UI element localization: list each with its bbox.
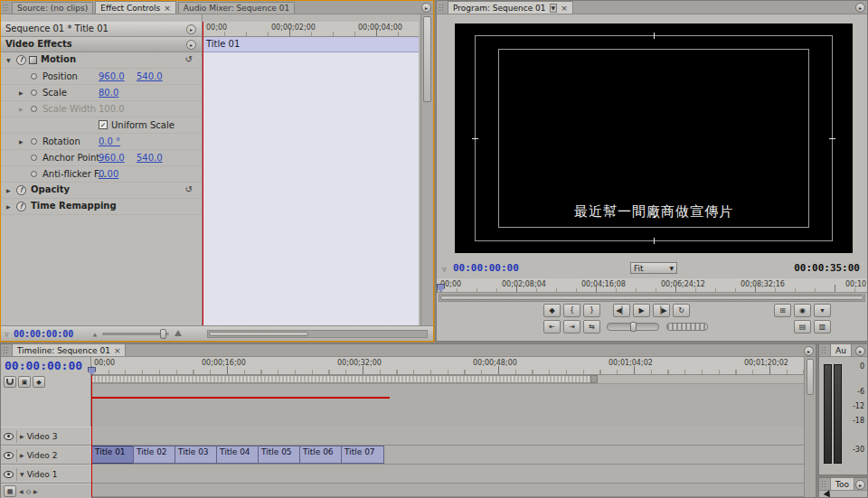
effect-row-motion[interactable]: ▼ f Motion ↺ [1,52,202,69]
set-display-style-button[interactable]: ▦ [4,485,16,497]
current-timecode[interactable]: 00:00:00:00 [14,329,73,339]
scrollbar-thumb[interactable] [807,359,814,395]
shuttle-thumb[interactable] [630,322,637,332]
step-forward-button[interactable]: ▕▶ [653,304,670,317]
anchor-x-value[interactable]: 960.0 [99,153,125,163]
program-time-ruler[interactable]: 00;00 00;02;08;04 00;04;16;08 00;06;24;1… [437,278,867,293]
program-current-timecode[interactable]: 00:00:00:00 [453,262,519,274]
track-video3[interactable] [91,427,804,446]
timeline-vertical-scrollbar[interactable] [804,357,816,497]
work-area-track[interactable] [91,375,804,384]
output-settings-button[interactable]: ▾ [814,304,831,317]
zoom-slider[interactable] [102,333,169,335]
panel-grip[interactable] [3,346,9,354]
play-button[interactable]: ▶ [633,304,650,317]
tab-audio-master[interactable]: Au [830,343,852,356]
zoom-level-select[interactable]: Fit ▼ [630,262,677,274]
panel-menu-icon[interactable]: ▸ [855,480,865,490]
extract-button[interactable]: ▥ [814,320,831,334]
timeline-clip[interactable]: Title 04 [216,446,259,464]
timeline-clip[interactable]: Title 02 [133,446,176,464]
expand-icon[interactable]: ▶ [19,138,24,145]
track-header-video1[interactable]: ▼ Video 1 [1,465,91,484]
zoom-out-icon[interactable] [93,333,98,336]
safe-margins-button[interactable]: ⊞ [774,304,791,317]
show-timeline-view-icon[interactable]: ▸ [186,24,196,34]
position-x-value[interactable]: 960.0 [99,71,125,81]
uniform-scale-checkbox[interactable]: ✓ [99,120,108,129]
reset-icon[interactable]: ↺ [185,184,193,194]
timeline-current-timecode[interactable]: 00:00:00:00 [5,359,82,372]
toggle-animation-icon[interactable] [31,155,37,161]
panel-menu-icon[interactable]: ▸ [804,346,814,356]
expand-icon[interactable]: ▼ [6,57,11,63]
rotation-value[interactable]: 0.0 ° [99,136,120,146]
zoom-in-icon[interactable] [175,330,182,336]
expand-icon[interactable]: ▶ [20,433,24,439]
loop-button[interactable]: ↻ [673,304,690,317]
tab-effect-controls[interactable]: Effect Controls× [95,1,176,14]
tab-program[interactable]: Program: Sequence 01 ▼ × [448,1,573,14]
lift-button[interactable]: ▤ [794,320,811,334]
horizontal-scrollbar[interactable] [207,330,428,338]
expand-icon[interactable]: ▶ [20,452,24,458]
toggle-track-output-icon[interactable] [4,452,14,459]
track-video1-keyframe-row[interactable] [91,484,804,497]
keyframe-add-icon[interactable]: ◇ [26,488,31,495]
timeline-playhead-line[interactable] [91,375,92,497]
tab-tools[interactable]: Too [830,477,854,490]
anchor-y-value[interactable]: 540.0 [137,153,163,163]
panel-menu-icon[interactable]: ▸ [855,3,865,13]
keyframe-next-icon[interactable]: ▶ [33,488,38,494]
effect-timeline-ruler[interactable]: 00;00 00;00;02;00 00;00;04;00 [203,22,419,37]
go-to-next-edit-button[interactable]: ⇥ [563,320,580,334]
go-to-in-button[interactable]: { [563,304,580,317]
effect-enabled-icon[interactable]: f [16,202,26,211]
jog-wheel[interactable] [666,323,708,331]
keyframe-area[interactable] [203,52,419,325]
position-y-value[interactable]: 540.0 [137,71,163,81]
track-header-video3[interactable]: ▶ Video 3 [1,427,91,446]
collapse-icon[interactable]: ▽ [442,266,447,272]
export-frame-button[interactable]: ◉ [794,304,811,317]
effect-row-opacity[interactable]: ▶ f Opacity ↺ [1,183,202,199]
expand-icon[interactable]: ▶ [6,203,11,210]
effects-menu-icon[interactable]: ▸ [186,40,196,50]
track-video1[interactable] [91,465,804,484]
toggle-animation-icon[interactable] [31,89,37,96]
scrollbar-thumb[interactable] [209,332,308,336]
toggle-animation-icon[interactable] [31,73,37,80]
tab-audio-mixer[interactable]: Audio Mixer: Sequence 01 [178,2,295,14]
close-icon[interactable]: × [164,5,171,12]
go-to-previous-edit-button[interactable]: ⇤ [543,320,561,334]
panel-grip[interactable] [439,4,445,12]
selection-tool-icon[interactable] [824,490,834,498]
timeline-clip[interactable]: Title 01 [91,446,135,464]
timeline-clip[interactable]: Title 07 [341,446,384,464]
panel-grip[interactable] [821,480,827,488]
scale-value[interactable]: 80.0 [99,88,118,98]
set-encore-chapter-marker-button[interactable]: ▣ [18,376,31,388]
anti-flicker-value[interactable]: 0.00 [99,169,118,179]
timeline-ruler[interactable]: 00;00 00;00;16;00 00;00;32;00 00;00;48;0… [91,357,804,375]
scrollbar-thumb[interactable] [423,16,431,102]
effect-enabled-icon[interactable]: f [16,55,26,65]
reset-icon[interactable]: ↺ [185,54,193,64]
toggle-animation-icon[interactable] [31,171,37,177]
step-back-button[interactable]: ◀▏ [613,304,630,317]
panel-grip[interactable] [821,346,827,354]
set-unnumbered-marker-button[interactable]: ◆ [33,376,45,388]
tab-timeline[interactable]: Timeline: Sequence 01 × [12,343,126,356]
collapse-icon[interactable]: ▽ [5,331,9,337]
timeline-clip[interactable]: Title 05 [258,446,301,464]
timeline-clip[interactable]: Title 06 [299,446,343,464]
effect-enabled-icon[interactable]: f [16,185,26,195]
effect-row-time-remapping[interactable]: ▶ f Time Remapping [1,199,202,215]
panel-menu-icon[interactable]: ▸ [855,346,865,356]
toggle-track-output-icon[interactable] [4,471,14,478]
panel-menu-icon[interactable]: ▸ [421,3,431,13]
close-icon[interactable]: × [114,347,121,354]
timeline-clip[interactable]: Title 03 [175,446,218,464]
work-area-bar[interactable] [91,375,598,383]
track-header-video2[interactable]: ▶ Video 2 [1,446,91,465]
